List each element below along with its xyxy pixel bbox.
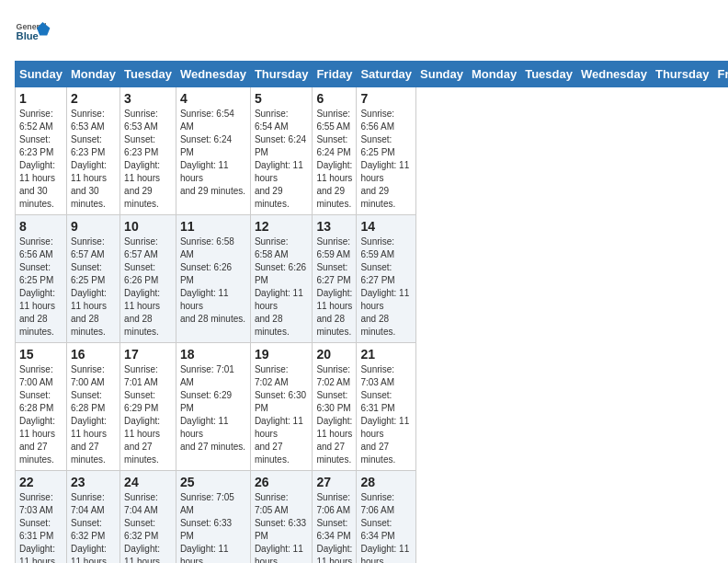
- calendar-cell: 24Sunrise: 7:04 AM Sunset: 6:32 PM Dayli…: [120, 471, 176, 564]
- day-number: 15: [19, 347, 63, 362]
- logo-icon: General Blue: [15, 15, 51, 52]
- calendar-cell: 21Sunrise: 7:03 AM Sunset: 6:31 PM Dayli…: [357, 343, 416, 471]
- calendar-cell: 6Sunrise: 6:55 AM Sunset: 6:24 PM Daylig…: [313, 87, 357, 215]
- day-info: Sunrise: 7:04 AM Sunset: 6:32 PM Dayligh…: [71, 491, 116, 563]
- calendar-cell: 1Sunrise: 6:52 AM Sunset: 6:23 PM Daylig…: [16, 87, 67, 215]
- day-info: Sunrise: 7:03 AM Sunset: 6:31 PM Dayligh…: [360, 363, 412, 466]
- calendar-cell: 27Sunrise: 7:06 AM Sunset: 6:34 PM Dayli…: [313, 471, 357, 564]
- day-number: 14: [360, 219, 412, 234]
- calendar-header-row: SundayMondayTuesdayWednesdayThursdayFrid…: [16, 62, 729, 87]
- calendar-week-row: 22Sunrise: 7:03 AM Sunset: 6:31 PM Dayli…: [16, 471, 729, 564]
- day-header-tuesday: Tuesday: [521, 62, 577, 87]
- day-number: 25: [180, 475, 246, 489]
- calendar-cell: 25Sunrise: 7:05 AM Sunset: 6:33 PM Dayli…: [176, 471, 250, 564]
- day-info: Sunrise: 7:04 AM Sunset: 6:32 PM Dayligh…: [124, 491, 172, 563]
- day-info: Sunrise: 7:05 AM Sunset: 6:33 PM Dayligh…: [255, 491, 309, 563]
- day-number: 4: [180, 91, 246, 106]
- day-number: 8: [19, 219, 63, 234]
- day-info: Sunrise: 7:01 AM Sunset: 6:29 PM Dayligh…: [180, 363, 246, 454]
- day-header-wednesday: Wednesday: [176, 62, 250, 87]
- calendar-cell: 23Sunrise: 7:04 AM Sunset: 6:32 PM Dayli…: [66, 471, 119, 564]
- day-header-wednesday: Wednesday: [576, 62, 651, 87]
- day-number: 27: [316, 475, 352, 489]
- day-header-thursday: Thursday: [651, 62, 713, 87]
- calendar-cell: 2Sunrise: 6:53 AM Sunset: 6:23 PM Daylig…: [66, 87, 119, 215]
- day-number: 24: [124, 475, 172, 489]
- day-number: 13: [316, 219, 352, 234]
- day-info: Sunrise: 6:52 AM Sunset: 6:23 PM Dayligh…: [19, 108, 63, 211]
- day-info: Sunrise: 7:06 AM Sunset: 6:34 PM Dayligh…: [360, 491, 412, 563]
- day-info: Sunrise: 6:55 AM Sunset: 6:24 PM Dayligh…: [316, 108, 352, 211]
- day-info: Sunrise: 7:01 AM Sunset: 6:29 PM Dayligh…: [124, 363, 172, 466]
- calendar-cell: 14Sunrise: 6:59 AM Sunset: 6:27 PM Dayli…: [357, 215, 416, 343]
- day-info: Sunrise: 6:54 AM Sunset: 6:24 PM Dayligh…: [180, 108, 246, 198]
- day-number: 18: [180, 347, 246, 362]
- day-header-monday: Monday: [468, 62, 521, 87]
- day-number: 2: [71, 91, 116, 106]
- calendar-cell: 5Sunrise: 6:54 AM Sunset: 6:24 PM Daylig…: [250, 87, 313, 215]
- day-number: 23: [71, 475, 116, 489]
- calendar-cell: 26Sunrise: 7:05 AM Sunset: 6:33 PM Dayli…: [250, 471, 313, 564]
- day-header-monday: Monday: [66, 62, 119, 87]
- day-header-friday: Friday: [713, 62, 728, 87]
- calendar-cell: 28Sunrise: 7:06 AM Sunset: 6:34 PM Dayli…: [357, 471, 416, 564]
- day-info: Sunrise: 6:58 AM Sunset: 6:26 PM Dayligh…: [255, 236, 309, 339]
- calendar-cell: 20Sunrise: 7:02 AM Sunset: 6:30 PM Dayli…: [313, 343, 357, 471]
- day-info: Sunrise: 6:57 AM Sunset: 6:25 PM Dayligh…: [71, 236, 116, 339]
- day-number: 9: [71, 219, 116, 234]
- day-info: Sunrise: 6:58 AM Sunset: 6:26 PM Dayligh…: [180, 236, 246, 326]
- day-info: Sunrise: 7:00 AM Sunset: 6:28 PM Dayligh…: [71, 363, 116, 466]
- day-header-sunday: Sunday: [16, 62, 67, 87]
- day-header-sunday: Sunday: [416, 62, 468, 87]
- day-number: 3: [124, 91, 172, 106]
- day-info: Sunrise: 6:54 AM Sunset: 6:24 PM Dayligh…: [255, 108, 309, 211]
- day-number: 1: [19, 91, 63, 106]
- calendar-cell: 16Sunrise: 7:00 AM Sunset: 6:28 PM Dayli…: [66, 343, 119, 471]
- day-info: Sunrise: 7:00 AM Sunset: 6:28 PM Dayligh…: [19, 363, 63, 466]
- day-number: 5: [255, 91, 309, 106]
- calendar-cell: 22Sunrise: 7:03 AM Sunset: 6:31 PM Dayli…: [16, 471, 67, 564]
- day-info: Sunrise: 6:57 AM Sunset: 6:26 PM Dayligh…: [124, 236, 172, 339]
- calendar-cell: 18Sunrise: 7:01 AM Sunset: 6:29 PM Dayli…: [176, 343, 250, 471]
- calendar-week-row: 15Sunrise: 7:00 AM Sunset: 6:28 PM Dayli…: [16, 343, 729, 471]
- day-number: 26: [255, 475, 309, 489]
- day-info: Sunrise: 7:05 AM Sunset: 6:33 PM Dayligh…: [180, 491, 246, 563]
- day-number: 28: [360, 475, 412, 489]
- calendar-cell: 3Sunrise: 6:53 AM Sunset: 6:23 PM Daylig…: [120, 87, 176, 215]
- calendar-week-row: 1Sunrise: 6:52 AM Sunset: 6:23 PM Daylig…: [16, 87, 729, 215]
- calendar-table: SundayMondayTuesdayWednesdayThursdayFrid…: [15, 61, 728, 563]
- day-info: Sunrise: 6:53 AM Sunset: 6:23 PM Dayligh…: [124, 108, 172, 211]
- calendar-cell: 12Sunrise: 6:58 AM Sunset: 6:26 PM Dayli…: [250, 215, 313, 343]
- day-number: 12: [255, 219, 309, 234]
- day-info: Sunrise: 6:59 AM Sunset: 6:27 PM Dayligh…: [316, 236, 352, 339]
- calendar-cell: 15Sunrise: 7:00 AM Sunset: 6:28 PM Dayli…: [16, 343, 67, 471]
- day-info: Sunrise: 6:53 AM Sunset: 6:23 PM Dayligh…: [71, 108, 116, 211]
- calendar-cell: 10Sunrise: 6:57 AM Sunset: 6:26 PM Dayli…: [120, 215, 176, 343]
- day-info: Sunrise: 6:56 AM Sunset: 6:25 PM Dayligh…: [19, 236, 63, 339]
- day-number: 7: [360, 91, 412, 106]
- day-info: Sunrise: 6:56 AM Sunset: 6:25 PM Dayligh…: [360, 108, 412, 211]
- day-info: Sunrise: 6:59 AM Sunset: 6:27 PM Dayligh…: [360, 236, 412, 339]
- calendar-cell: 17Sunrise: 7:01 AM Sunset: 6:29 PM Dayli…: [120, 343, 176, 471]
- day-header-saturday: Saturday: [357, 62, 416, 87]
- day-number: 22: [19, 475, 63, 489]
- calendar-cell: 7Sunrise: 6:56 AM Sunset: 6:25 PM Daylig…: [357, 87, 416, 215]
- svg-text:Blue: Blue: [17, 30, 39, 41]
- day-number: 6: [316, 91, 352, 106]
- day-number: 17: [124, 347, 172, 362]
- calendar-cell: 4Sunrise: 6:54 AM Sunset: 6:24 PM Daylig…: [176, 87, 250, 215]
- day-header-tuesday: Tuesday: [120, 62, 176, 87]
- logo: General Blue: [15, 15, 55, 52]
- day-header-thursday: Thursday: [250, 62, 313, 87]
- day-number: 20: [316, 347, 352, 362]
- calendar-cell: 11Sunrise: 6:58 AM Sunset: 6:26 PM Dayli…: [176, 215, 250, 343]
- day-number: 10: [124, 219, 172, 234]
- day-info: Sunrise: 7:02 AM Sunset: 6:30 PM Dayligh…: [255, 363, 309, 466]
- calendar-week-row: 8Sunrise: 6:56 AM Sunset: 6:25 PM Daylig…: [16, 215, 729, 343]
- calendar-cell: 8Sunrise: 6:56 AM Sunset: 6:25 PM Daylig…: [16, 215, 67, 343]
- day-number: 21: [360, 347, 412, 362]
- day-info: Sunrise: 7:03 AM Sunset: 6:31 PM Dayligh…: [19, 491, 63, 563]
- day-info: Sunrise: 7:02 AM Sunset: 6:30 PM Dayligh…: [316, 363, 352, 466]
- day-number: 19: [255, 347, 309, 362]
- day-number: 16: [71, 347, 116, 362]
